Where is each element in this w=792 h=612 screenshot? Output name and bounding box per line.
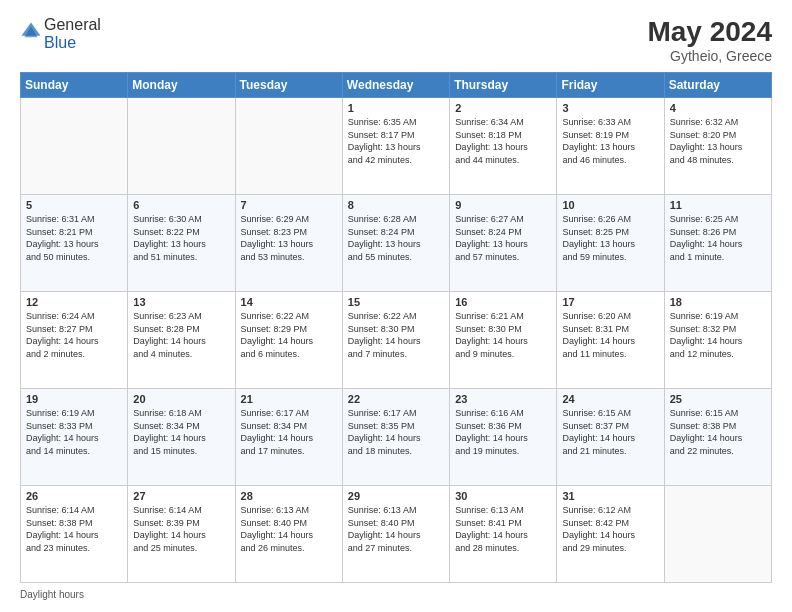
daylight-label: Daylight hours (20, 589, 84, 600)
day-number: 11 (670, 199, 766, 211)
page: General Blue May 2024 Gytheio, Greece Su… (0, 0, 792, 612)
calendar-cell: 13Sunrise: 6:23 AM Sunset: 8:28 PM Dayli… (128, 292, 235, 389)
calendar-cell: 5Sunrise: 6:31 AM Sunset: 8:21 PM Daylig… (21, 195, 128, 292)
day-info: Sunrise: 6:19 AM Sunset: 8:33 PM Dayligh… (26, 407, 122, 457)
week-row-5: 26Sunrise: 6:14 AM Sunset: 8:38 PM Dayli… (21, 486, 772, 583)
calendar-cell: 29Sunrise: 6:13 AM Sunset: 8:40 PM Dayli… (342, 486, 449, 583)
calendar-cell (21, 98, 128, 195)
calendar-cell: 6Sunrise: 6:30 AM Sunset: 8:22 PM Daylig… (128, 195, 235, 292)
day-info: Sunrise: 6:22 AM Sunset: 8:30 PM Dayligh… (348, 310, 444, 360)
day-info: Sunrise: 6:14 AM Sunset: 8:39 PM Dayligh… (133, 504, 229, 554)
day-info: Sunrise: 6:20 AM Sunset: 8:31 PM Dayligh… (562, 310, 658, 360)
calendar-cell (235, 98, 342, 195)
day-number: 10 (562, 199, 658, 211)
day-info: Sunrise: 6:13 AM Sunset: 8:41 PM Dayligh… (455, 504, 551, 554)
calendar-table: SundayMondayTuesdayWednesdayThursdayFrid… (20, 72, 772, 583)
week-row-2: 5Sunrise: 6:31 AM Sunset: 8:21 PM Daylig… (21, 195, 772, 292)
day-info: Sunrise: 6:35 AM Sunset: 8:17 PM Dayligh… (348, 116, 444, 166)
weekday-header-row: SundayMondayTuesdayWednesdayThursdayFrid… (21, 73, 772, 98)
calendar-cell: 10Sunrise: 6:26 AM Sunset: 8:25 PM Dayli… (557, 195, 664, 292)
day-number: 2 (455, 102, 551, 114)
calendar-cell (128, 98, 235, 195)
day-number: 27 (133, 490, 229, 502)
calendar-cell: 14Sunrise: 6:22 AM Sunset: 8:29 PM Dayli… (235, 292, 342, 389)
day-info: Sunrise: 6:14 AM Sunset: 8:38 PM Dayligh… (26, 504, 122, 554)
title-block: May 2024 Gytheio, Greece (647, 16, 772, 64)
day-number: 21 (241, 393, 337, 405)
day-number: 5 (26, 199, 122, 211)
day-info: Sunrise: 6:12 AM Sunset: 8:42 PM Dayligh… (562, 504, 658, 554)
day-number: 15 (348, 296, 444, 308)
weekday-header-friday: Friday (557, 73, 664, 98)
day-number: 20 (133, 393, 229, 405)
day-info: Sunrise: 6:15 AM Sunset: 8:37 PM Dayligh… (562, 407, 658, 457)
day-info: Sunrise: 6:13 AM Sunset: 8:40 PM Dayligh… (348, 504, 444, 554)
day-number: 19 (26, 393, 122, 405)
day-number: 23 (455, 393, 551, 405)
day-number: 8 (348, 199, 444, 211)
week-row-1: 1Sunrise: 6:35 AM Sunset: 8:17 PM Daylig… (21, 98, 772, 195)
calendar-cell: 8Sunrise: 6:28 AM Sunset: 8:24 PM Daylig… (342, 195, 449, 292)
calendar-cell: 4Sunrise: 6:32 AM Sunset: 8:20 PM Daylig… (664, 98, 771, 195)
weekday-header-wednesday: Wednesday (342, 73, 449, 98)
day-info: Sunrise: 6:18 AM Sunset: 8:34 PM Dayligh… (133, 407, 229, 457)
day-info: Sunrise: 6:19 AM Sunset: 8:32 PM Dayligh… (670, 310, 766, 360)
calendar-cell: 16Sunrise: 6:21 AM Sunset: 8:30 PM Dayli… (450, 292, 557, 389)
calendar-cell: 31Sunrise: 6:12 AM Sunset: 8:42 PM Dayli… (557, 486, 664, 583)
calendar-cell: 26Sunrise: 6:14 AM Sunset: 8:38 PM Dayli… (21, 486, 128, 583)
calendar-cell: 23Sunrise: 6:16 AM Sunset: 8:36 PM Dayli… (450, 389, 557, 486)
calendar-cell: 25Sunrise: 6:15 AM Sunset: 8:38 PM Dayli… (664, 389, 771, 486)
day-number: 16 (455, 296, 551, 308)
calendar-cell: 30Sunrise: 6:13 AM Sunset: 8:41 PM Dayli… (450, 486, 557, 583)
day-number: 29 (348, 490, 444, 502)
day-info: Sunrise: 6:32 AM Sunset: 8:20 PM Dayligh… (670, 116, 766, 166)
weekday-header-monday: Monday (128, 73, 235, 98)
day-number: 12 (26, 296, 122, 308)
calendar-cell: 3Sunrise: 6:33 AM Sunset: 8:19 PM Daylig… (557, 98, 664, 195)
location: Gytheio, Greece (647, 48, 772, 64)
logo-general: General (44, 16, 101, 33)
calendar-cell: 18Sunrise: 6:19 AM Sunset: 8:32 PM Dayli… (664, 292, 771, 389)
week-row-3: 12Sunrise: 6:24 AM Sunset: 8:27 PM Dayli… (21, 292, 772, 389)
calendar-cell: 27Sunrise: 6:14 AM Sunset: 8:39 PM Dayli… (128, 486, 235, 583)
calendar-cell: 15Sunrise: 6:22 AM Sunset: 8:30 PM Dayli… (342, 292, 449, 389)
day-number: 31 (562, 490, 658, 502)
day-number: 9 (455, 199, 551, 211)
calendar-cell: 20Sunrise: 6:18 AM Sunset: 8:34 PM Dayli… (128, 389, 235, 486)
day-info: Sunrise: 6:29 AM Sunset: 8:23 PM Dayligh… (241, 213, 337, 263)
day-number: 17 (562, 296, 658, 308)
day-info: Sunrise: 6:26 AM Sunset: 8:25 PM Dayligh… (562, 213, 658, 263)
calendar-cell: 12Sunrise: 6:24 AM Sunset: 8:27 PM Dayli… (21, 292, 128, 389)
calendar-cell: 24Sunrise: 6:15 AM Sunset: 8:37 PM Dayli… (557, 389, 664, 486)
calendar-cell (664, 486, 771, 583)
day-number: 26 (26, 490, 122, 502)
day-number: 30 (455, 490, 551, 502)
day-info: Sunrise: 6:15 AM Sunset: 8:38 PM Dayligh… (670, 407, 766, 457)
day-info: Sunrise: 6:27 AM Sunset: 8:24 PM Dayligh… (455, 213, 551, 263)
calendar-cell: 11Sunrise: 6:25 AM Sunset: 8:26 PM Dayli… (664, 195, 771, 292)
day-info: Sunrise: 6:22 AM Sunset: 8:29 PM Dayligh… (241, 310, 337, 360)
logo-icon (20, 21, 42, 43)
day-info: Sunrise: 6:16 AM Sunset: 8:36 PM Dayligh… (455, 407, 551, 457)
weekday-header-sunday: Sunday (21, 73, 128, 98)
header: General Blue May 2024 Gytheio, Greece (20, 16, 772, 64)
calendar-cell: 21Sunrise: 6:17 AM Sunset: 8:34 PM Dayli… (235, 389, 342, 486)
day-info: Sunrise: 6:13 AM Sunset: 8:40 PM Dayligh… (241, 504, 337, 554)
footer: Daylight hours (20, 589, 772, 600)
day-number: 24 (562, 393, 658, 405)
calendar-cell: 7Sunrise: 6:29 AM Sunset: 8:23 PM Daylig… (235, 195, 342, 292)
day-number: 1 (348, 102, 444, 114)
logo-blue: Blue (44, 34, 76, 51)
calendar-cell: 1Sunrise: 6:35 AM Sunset: 8:17 PM Daylig… (342, 98, 449, 195)
day-info: Sunrise: 6:25 AM Sunset: 8:26 PM Dayligh… (670, 213, 766, 263)
day-info: Sunrise: 6:30 AM Sunset: 8:22 PM Dayligh… (133, 213, 229, 263)
day-number: 28 (241, 490, 337, 502)
month-year: May 2024 (647, 16, 772, 48)
day-info: Sunrise: 6:33 AM Sunset: 8:19 PM Dayligh… (562, 116, 658, 166)
day-number: 7 (241, 199, 337, 211)
day-number: 13 (133, 296, 229, 308)
day-info: Sunrise: 6:17 AM Sunset: 8:34 PM Dayligh… (241, 407, 337, 457)
day-number: 6 (133, 199, 229, 211)
calendar-cell: 9Sunrise: 6:27 AM Sunset: 8:24 PM Daylig… (450, 195, 557, 292)
day-info: Sunrise: 6:21 AM Sunset: 8:30 PM Dayligh… (455, 310, 551, 360)
